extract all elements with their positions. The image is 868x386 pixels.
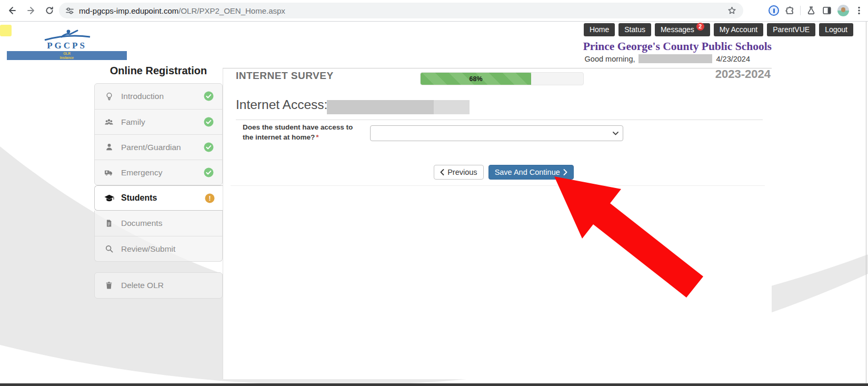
family-icon	[103, 117, 115, 127]
person-icon	[103, 142, 115, 152]
sidebar: Online Registration Introduction Family	[94, 62, 223, 299]
sidebar-item-students[interactable]: Students !	[94, 185, 223, 211]
greeting-row: Good morning, 4/23/2024	[585, 54, 750, 63]
back-icon[interactable]	[4, 3, 20, 18]
url-domain: md-pgcps-imp.edupoint.com	[79, 6, 178, 15]
sidebar-item-label: Students	[121, 193, 157, 203]
url-path: /OLR/PXP2_OEN_Home.aspx	[178, 6, 285, 15]
chevron-left-icon	[440, 169, 444, 175]
logo-banner: OLR Instance	[7, 51, 127, 60]
complete-badge-icon	[204, 167, 214, 177]
sidebar-item-label: Delete OLR	[121, 281, 164, 290]
chevron-right-icon	[563, 169, 567, 175]
sidebar-item-family[interactable]: Family	[95, 109, 222, 134]
nav-messages-button[interactable]: Messages2	[655, 23, 710, 36]
reload-icon[interactable]	[42, 3, 57, 18]
toolbar-divider	[800, 6, 801, 15]
sidebar-item-review-submit[interactable]: Review/Submit	[95, 236, 222, 261]
bookmark-star-icon[interactable]	[727, 6, 737, 16]
side-panel-icon[interactable]	[822, 5, 832, 16]
site-info-icon[interactable]	[65, 6, 74, 15]
complete-badge-icon	[204, 142, 214, 152]
sidebar-item-delete-olr[interactable]: Delete OLR	[95, 273, 222, 298]
url-bar[interactable]: md-pgcps-imp.edupoint.com/OLR/PXP2_OEN_H…	[59, 3, 743, 18]
progress-fill: 68%	[421, 73, 531, 85]
sidebar-title: Online Registration	[94, 62, 223, 83]
sidebar-item-label: Emergency	[121, 168, 162, 177]
sidebar-item-documents[interactable]: Documents	[95, 211, 222, 236]
logo-banner-line2: Instance	[7, 56, 127, 60]
document-icon	[103, 219, 115, 228]
trash-icon	[103, 281, 115, 290]
warning-badge-icon: !	[205, 193, 215, 203]
forward-icon[interactable]	[23, 3, 39, 18]
logo-text: PGCPS	[4, 42, 130, 50]
progress-bar: 68%	[420, 72, 584, 85]
save-and-continue-button[interactable]: Save And Continue	[488, 165, 574, 180]
content-divider	[231, 185, 765, 186]
district-title: Prince George's County Public Schools	[583, 40, 772, 53]
nav-status-button[interactable]: Status	[618, 23, 651, 36]
flask-icon[interactable]	[806, 5, 816, 16]
previous-button[interactable]: Previous	[434, 165, 483, 180]
profile-avatar[interactable]	[837, 5, 849, 16]
required-asterisk: *	[316, 133, 318, 141]
sidebar-group-bottom: Documents Review/Submit	[94, 211, 223, 262]
question-label: Does the student have access to the inte…	[243, 122, 361, 142]
graduation-cap-icon	[103, 193, 115, 204]
nav-my-account-button[interactable]: My Account	[714, 23, 763, 36]
complete-badge-icon	[204, 91, 214, 101]
search-icon	[103, 244, 115, 254]
internet-access-select-wrap	[370, 125, 623, 141]
progress-label: 68%	[470, 75, 483, 83]
school-year: 2023-2024	[715, 67, 771, 81]
page-bottom-bar	[0, 383, 868, 386]
greeting-text: Good morning,	[585, 55, 635, 63]
redacted-user-name	[638, 54, 712, 63]
onepassword-extension-icon[interactable]	[769, 5, 779, 16]
section-title: Internet Access:	[236, 97, 327, 112]
sidebar-group-delete: Delete OLR	[94, 272, 223, 299]
redacted-student-name	[327, 100, 434, 114]
nav-home-button[interactable]: Home	[584, 23, 615, 36]
nav-parentvue-button[interactable]: ParentVUE	[767, 23, 815, 36]
sidebar-item-parent-guardian[interactable]: Parent/Guardian	[95, 134, 222, 160]
lightbulb-icon	[103, 92, 115, 102]
sidebar-item-label: Review/Submit	[121, 244, 175, 254]
section-divider	[236, 120, 763, 120]
logo-banner-line1: OLR	[7, 52, 127, 56]
current-date: 4/23/2024	[716, 55, 750, 63]
top-navigation: Home Status Messages2 My Account ParentV…	[584, 23, 853, 36]
messages-count-badge: 2	[696, 23, 704, 31]
pgcps-logo: PGCPS OLR Instance	[4, 28, 130, 60]
browser-toolbar: md-pgcps-imp.edupoint.com/OLR/PXP2_OEN_H…	[0, 0, 868, 22]
internet-access-select[interactable]	[370, 125, 623, 141]
extensions-icon[interactable]	[784, 5, 795, 16]
sidebar-item-introduction[interactable]: Introduction	[95, 84, 222, 109]
nav-logout-button[interactable]: Logout	[819, 23, 853, 36]
form-button-row: Previous Save And Continue	[230, 165, 778, 180]
page-right-border	[866, 22, 866, 383]
main-panel: INTERNET SURVEY 68% 2023-2024 Internet A…	[223, 68, 772, 379]
sidebar-group-top: Introduction Family Parent/Guardian	[94, 83, 223, 185]
sidebar-item-emergency[interactable]: Emergency	[95, 160, 222, 185]
page-title: INTERNET SURVEY	[236, 70, 334, 82]
svg-text:!: !	[209, 195, 211, 202]
sidebar-item-label: Family	[121, 117, 145, 127]
sidebar-item-label: Documents	[121, 219, 162, 228]
menu-kebab-icon[interactable]	[854, 5, 864, 16]
sidebar-item-label: Introduction	[121, 92, 164, 101]
sidebar-item-label: Parent/Guardian	[121, 143, 181, 152]
ambulance-icon	[103, 167, 115, 178]
redacted-student-name-2	[434, 100, 470, 114]
complete-badge-icon	[204, 117, 214, 127]
